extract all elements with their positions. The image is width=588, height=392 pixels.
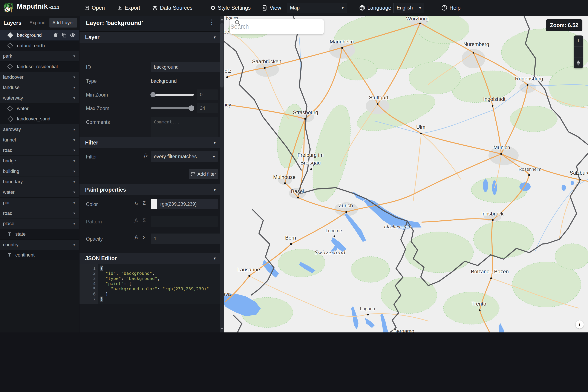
layer-row-label: bridge: [3, 158, 16, 164]
filter-select-value: every filter matches: [154, 154, 197, 160]
sigma-icon: Σ: [143, 218, 146, 224]
export-label: Export: [125, 5, 140, 11]
layer-row-tunnel[interactable]: tunnel▾: [0, 135, 79, 145]
view-select[interactable]: Map ▾: [287, 3, 347, 13]
layer-row-label: boundary: [3, 179, 23, 184]
kebab-menu-icon[interactable]: ⋮: [209, 19, 215, 26]
chevron-down-icon: ▾: [73, 96, 75, 100]
layer-row-park[interactable]: park▾: [0, 51, 79, 62]
layer-row-label: poi: [3, 200, 9, 206]
expand-button[interactable]: Expand: [29, 20, 45, 26]
layer-row-road[interactable]: road▾: [0, 208, 79, 219]
layer-row-landcover[interactable]: landcover▾: [0, 72, 79, 82]
color-input[interactable]: rgb(239,239,239): [157, 199, 218, 209]
diamond-icon: [7, 32, 13, 38]
color-label: Color: [86, 202, 98, 207]
layer-row-country[interactable]: country▾: [0, 240, 79, 250]
copy-icon[interactable]: [61, 32, 67, 38]
layer-row-state[interactable]: Tstate: [0, 229, 79, 240]
zoom-out-button[interactable]: −: [574, 46, 583, 58]
map-canvas[interactable]: [224, 16, 588, 332]
layers-header: Layers Expand Add Layer: [0, 16, 79, 30]
layer-row-waterway[interactable]: waterway▾: [0, 93, 79, 104]
scroll-down-icon[interactable]: [221, 328, 224, 330]
layer-row-aeroway[interactable]: aeroway▾: [0, 124, 79, 135]
export-icon: [117, 5, 122, 11]
json-gutter: 1234567: [79, 264, 98, 304]
layer-row-bridge[interactable]: bridge▾: [0, 156, 79, 166]
layer-row-label: waterway: [3, 95, 23, 101]
sigma-icon[interactable]: Σ: [143, 235, 146, 240]
attribution-button[interactable]: i: [576, 320, 584, 328]
layer-row-continent[interactable]: Tcontinent: [0, 250, 79, 260]
scroll-up-icon[interactable]: [221, 18, 224, 20]
add-layer-button[interactable]: Add Layer: [49, 18, 77, 28]
text-layer-icon: T: [8, 252, 11, 258]
layer-row-landuse[interactable]: landuse▾: [0, 82, 79, 93]
layer-row-poi[interactable]: poi▾: [0, 198, 79, 208]
language-label: Language: [367, 5, 391, 11]
zoom-in-button[interactable]: +: [574, 36, 583, 46]
brand: Maputnik v2.1.1: [3, 2, 59, 14]
layer-row-building[interactable]: building▾: [0, 166, 79, 177]
add-filter-button[interactable]: Add filter: [189, 169, 218, 179]
style-settings-button[interactable]: Style Settings: [210, 5, 251, 11]
opacity-label: Opacity: [86, 236, 103, 242]
chevron-down-icon: ▾: [214, 256, 216, 261]
fx-icon[interactable]: ƒx: [134, 200, 138, 206]
layer-row-label: continent: [15, 252, 34, 258]
pitch-toggle-button[interactable]: [574, 58, 583, 68]
editor-title: Layer: 'background': [86, 20, 143, 26]
layer-row-boundary[interactable]: boundary▾: [0, 177, 79, 187]
eye-icon[interactable]: [70, 32, 76, 38]
chevron-down-icon: ▾: [73, 179, 75, 184]
fx-icon[interactable]: ƒx: [134, 235, 138, 240]
section-json[interactable]: JSON Editor ▾: [79, 253, 220, 264]
layer-row-road[interactable]: road▾: [0, 145, 79, 156]
trash-icon[interactable]: [53, 32, 58, 38]
json-editor[interactable]: 1234567 { "id": "background", "type": "b…: [79, 264, 220, 304]
layer-row-water[interactable]: water: [0, 104, 79, 114]
fx-icon[interactable]: ƒx: [144, 153, 147, 158]
layer-row-water[interactable]: water▾: [0, 187, 79, 198]
search-input[interactable]: [230, 23, 321, 30]
id-label: ID: [86, 64, 91, 70]
max-zoom-slider[interactable]: [151, 103, 194, 113]
min-zoom-slider[interactable]: [151, 90, 194, 100]
section-filter-title: Filter: [85, 140, 98, 146]
layer-row-natural_earth[interactable]: natural_earth: [0, 41, 79, 51]
section-filter[interactable]: Filter ▾: [79, 137, 220, 148]
json-code[interactable]: { "id": "background", "type": "backgroun…: [98, 264, 220, 304]
section-layer-title: Layer: [85, 34, 99, 40]
layer-row-label: building: [3, 168, 19, 174]
pattern-input[interactable]: [151, 216, 218, 227]
section-paint-title: Paint properties: [85, 187, 126, 193]
layer-row-landuse_residential[interactable]: landuse_residential: [0, 62, 79, 72]
language-menu: Language: [359, 5, 391, 11]
color-swatch[interactable]: [151, 199, 157, 209]
filter-label: Filter: [86, 154, 97, 160]
data-sources-button[interactable]: Data Sources: [152, 5, 192, 11]
help-button[interactable]: Help: [441, 5, 460, 11]
diamond-icon: [7, 106, 13, 112]
chevron-down-icon: ▾: [73, 85, 75, 90]
scrollbar-thumb[interactable]: [220, 23, 224, 88]
open-button[interactable]: Open: [84, 5, 105, 11]
chevron-down-icon: ▾: [73, 148, 75, 153]
section-layer[interactable]: Layer ▾: [79, 32, 220, 43]
layer-row-landcover_sand[interactable]: landcover_sand: [0, 114, 79, 124]
layer-row-background[interactable]: background: [0, 30, 79, 41]
editor-scrollbar[interactable]: [220, 16, 224, 332]
section-paint[interactable]: Paint properties ▾: [79, 184, 220, 195]
layer-row-place[interactable]: place▾: [0, 218, 79, 229]
open-icon: [84, 5, 90, 11]
filter-select[interactable]: every filter matches ▾: [151, 152, 218, 162]
layer-row-label: state: [15, 231, 25, 237]
layer-row-label: background: [17, 32, 42, 38]
export-button[interactable]: Export: [117, 5, 140, 11]
chevron-down-icon: ▾: [73, 127, 75, 132]
sigma-icon[interactable]: Σ: [143, 200, 146, 206]
layer-row-label: road: [3, 148, 12, 153]
chevron-down-icon: ▾: [73, 169, 75, 174]
language-select[interactable]: English ▾: [393, 3, 424, 13]
